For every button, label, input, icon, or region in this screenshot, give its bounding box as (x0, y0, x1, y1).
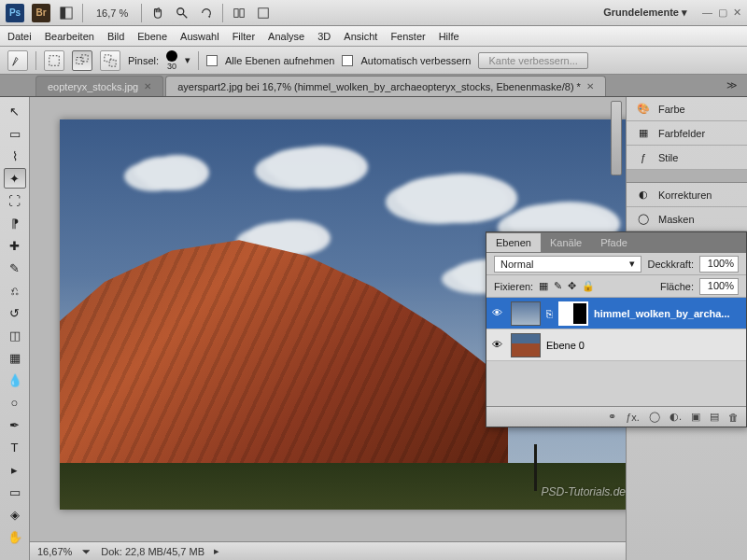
eraser-tool[interactable]: ◫ (4, 325, 26, 345)
visibility-icon[interactable]: 👁 (492, 307, 505, 320)
subtract-selection-icon[interactable] (100, 50, 120, 71)
brush-preview[interactable]: 30 (166, 50, 177, 71)
heal-tool[interactable]: ✚ (4, 235, 26, 256)
stamp-tool[interactable]: ⎌ (4, 280, 26, 301)
eyedropper-tool[interactable]: ⁋ (4, 213, 26, 233)
layer-mask-thumbnail[interactable] (558, 301, 588, 326)
new-layer-icon[interactable]: ▤ (710, 411, 719, 423)
arrange-icon[interactable] (231, 5, 247, 21)
marquee-tool[interactable]: ▭ (4, 123, 26, 144)
bridge-logo[interactable]: Br (32, 4, 50, 22)
chevron-icon[interactable]: ⏷ (81, 546, 92, 557)
tab-overflow-icon[interactable]: ≫ (717, 79, 747, 91)
hand-tool[interactable]: ✋ (4, 526, 26, 547)
layer-row[interactable]: 👁 Ebene 0 (486, 329, 746, 361)
blend-mode-dropdown[interactable]: Normal▾ (494, 256, 641, 273)
fill-field[interactable]: 100% (699, 278, 739, 295)
new-selection-icon[interactable] (44, 50, 64, 71)
menu-analyse[interactable]: Analyse (268, 31, 304, 42)
auto-enhance-checkbox[interactable] (342, 55, 353, 66)
document-tab-active[interactable]: ayerspart2.jpg bei 16,7% (himmel_wolken_… (165, 76, 606, 96)
menu-ebene[interactable]: Ebene (137, 31, 167, 42)
panel-collapse-handle[interactable] (611, 101, 622, 175)
dropdown-arrow-icon[interactable]: ▾ (185, 54, 190, 66)
masks-icon: ◯ (636, 212, 651, 227)
layer-name[interactable]: himmel_wolken_by_archa... (594, 308, 730, 319)
tab-pfade[interactable]: Pfade (591, 233, 637, 252)
quick-select-tool[interactable]: ✦ (4, 168, 26, 189)
menu-auswahl[interactable]: Auswahl (180, 31, 219, 42)
history-brush-tool[interactable]: ↺ (4, 302, 26, 323)
shape-tool[interactable]: ▭ (4, 482, 26, 502)
hand-icon[interactable] (149, 5, 166, 21)
panel-masken[interactable]: ◯Masken (627, 207, 747, 231)
close-button[interactable]: ✕ (733, 7, 741, 19)
zoom-display[interactable]: 16,7 % (91, 7, 134, 19)
toolbox: ↖ ▭ ⌇ ✦ ⛶ ⁋ ✚ ✎ ⎌ ↺ ◫ ▦ 💧 ○ ✒ T ▸ ▭ ◈ ✋ (0, 97, 30, 560)
gradient-tool[interactable]: ▦ (4, 347, 26, 368)
lock-position-icon[interactable]: ✥ (568, 280, 576, 292)
workspace-dropdown[interactable]: Grundelemente ▾ (596, 7, 695, 19)
status-bar: 16,67% ⏷ Dok: 22,8 MB/45,7 MB ▸ (30, 541, 626, 560)
zoom-icon[interactable] (174, 5, 190, 21)
panel-label: Korrekturen (658, 189, 712, 201)
adjustments-icon: ◐ (636, 188, 651, 203)
panel-korrekturen[interactable]: ◐Korrekturen (627, 183, 747, 207)
pen-tool[interactable]: ✒ (4, 414, 26, 435)
close-tab-icon[interactable]: ✕ (144, 81, 151, 91)
layout-icon[interactable] (58, 5, 75, 21)
visibility-icon[interactable]: 👁 (492, 339, 505, 352)
all-layers-checkbox[interactable] (206, 55, 218, 66)
type-tool[interactable]: T (4, 437, 26, 457)
lasso-tool[interactable]: ⌇ (4, 146, 26, 166)
layer-name[interactable]: Ebene 0 (546, 340, 585, 351)
adjustment-layer-icon[interactable]: ◐. (669, 411, 682, 423)
blend-mode-value: Normal (500, 259, 533, 270)
blur-tool[interactable]: 💧 (4, 370, 26, 390)
layer-mask-icon[interactable]: ◯ (649, 411, 660, 423)
arrow-right-icon[interactable]: ▸ (214, 545, 219, 557)
layer-fx-icon[interactable]: ƒx. (626, 412, 640, 423)
panel-farbfelder[interactable]: ▦Farbfelder (627, 121, 747, 146)
menu-datei[interactable]: Datei (7, 31, 32, 42)
brush-tool[interactable]: ✎ (4, 258, 26, 278)
panel-farbe[interactable]: 🎨Farbe (627, 97, 747, 121)
rotate-icon[interactable] (198, 5, 215, 21)
add-selection-icon[interactable] (72, 50, 92, 71)
path-select-tool[interactable]: ▸ (4, 459, 26, 480)
menu-3d[interactable]: 3D (317, 31, 331, 42)
document-tab[interactable]: eopteryx_stocks.jpg ✕ (35, 76, 163, 96)
opacity-field[interactable]: 100% (699, 256, 739, 273)
menu-bearbeiten[interactable]: Bearbeiten (45, 31, 94, 42)
zoom-value[interactable]: 16,67% (37, 546, 72, 557)
panel-stile[interactable]: ƒStile (627, 146, 747, 170)
layer-row[interactable]: 👁 ⎘ himmel_wolken_by_archa... (486, 298, 746, 329)
lock-paint-icon[interactable]: ✎ (554, 280, 562, 292)
menu-ansicht[interactable]: Ansicht (344, 31, 377, 42)
move-tool[interactable]: ↖ (4, 101, 26, 121)
refine-edge-button[interactable]: Kante verbessern... (478, 52, 587, 69)
menu-bild[interactable]: Bild (107, 31, 124, 42)
maximize-button[interactable]: ▢ (718, 7, 727, 19)
tool-preset-icon[interactable] (7, 50, 28, 71)
tab-kanaele[interactable]: Kanäle (541, 233, 591, 252)
dodge-tool[interactable]: ○ (4, 392, 26, 413)
minimize-button[interactable]: — (702, 7, 712, 19)
menu-fenster[interactable]: Fenster (390, 31, 425, 42)
3d-tool[interactable]: ◈ (4, 504, 26, 525)
layer-thumbnail[interactable] (511, 333, 541, 357)
menu-hilfe[interactable]: Hilfe (439, 31, 459, 42)
crop-tool[interactable]: ⛶ (4, 190, 26, 211)
link-layers-icon[interactable]: ⚭ (608, 411, 616, 423)
layer-group-icon[interactable]: ▣ (691, 411, 700, 423)
brush-label: Pinsel: (128, 55, 159, 66)
document-tab-bar: eopteryx_stocks.jpg ✕ ayerspart2.jpg bei… (0, 75, 747, 97)
close-tab-icon[interactable]: ✕ (586, 81, 594, 91)
layer-thumbnail[interactable] (511, 301, 541, 326)
tab-ebenen[interactable]: Ebenen (486, 233, 541, 252)
menu-filter[interactable]: Filter (233, 31, 255, 42)
screen-mode-icon[interactable] (255, 5, 272, 21)
lock-transparency-icon[interactable]: ▦ (539, 280, 548, 292)
delete-layer-icon[interactable]: 🗑 (728, 412, 739, 423)
lock-all-icon[interactable]: 🔒 (582, 280, 595, 292)
